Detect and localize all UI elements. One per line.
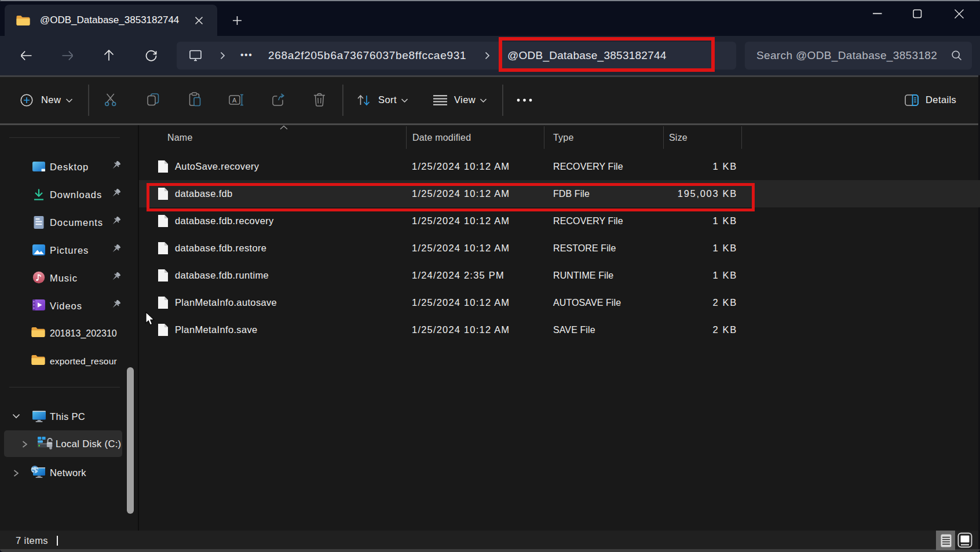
svg-text:A: A	[232, 97, 237, 104]
